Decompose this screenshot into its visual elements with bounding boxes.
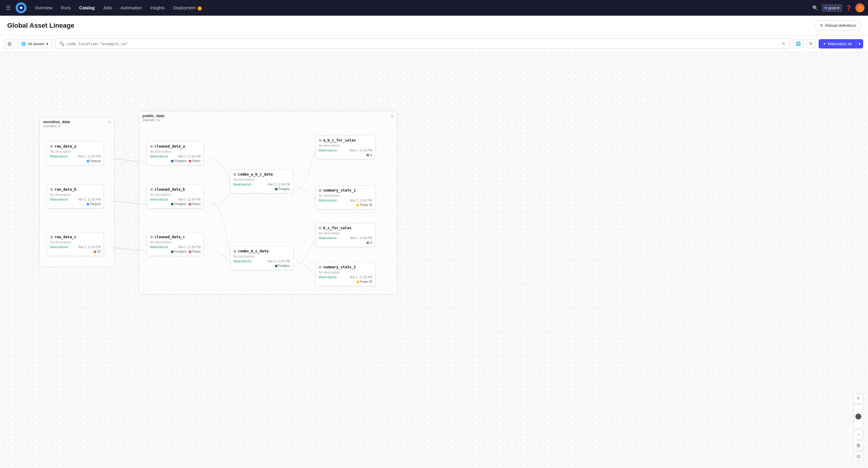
avatar[interactable]: P [855, 3, 864, 12]
asset-name: summary_stats_1 [323, 188, 356, 192]
zoom-thumb[interactable] [855, 413, 861, 419]
asset-card-abc-sales[interactable]: ⊞ a_b_c_for_sales No description Materia… [315, 135, 376, 159]
asset-card-combo-abc[interactable]: ⊞ combo_a_b_c_data No description Materi… [230, 169, 293, 193]
status-date: Mar 2, 11:56 PM [78, 198, 101, 201]
nav-insights[interactable]: Insights [147, 4, 168, 12]
toolbar: ⊞ 🌐 All assets ▾ 🔍 ✕ 🌐 ↻ ✦ Materialize a… [0, 35, 868, 52]
status-badge: Materialized [50, 245, 68, 249]
asset-card-cleaned-data-b[interactable]: ⊞ cleaned_data_b No description Material… [147, 185, 204, 209]
table-icon: ⊞ [319, 226, 322, 230]
nav-links: Overview Runs Catalog Jobs Automation In… [31, 4, 810, 12]
asset-card-raw-data-b[interactable]: ⊞ raw_data_b No description Materialized… [47, 185, 104, 209]
asset-name: raw_data_a [55, 144, 76, 149]
postgres-dot [171, 203, 174, 206]
env-dot [825, 7, 827, 9]
warning-badge: ⚠ [197, 6, 202, 10]
zoom-out-button[interactable]: − [854, 430, 863, 439]
collapse-icon[interactable]: ⤡ [107, 120, 111, 124]
postgres-tag: Postgres [171, 159, 186, 163]
table-icon: ⊞ [319, 188, 322, 192]
asset-desc: No description [319, 231, 372, 235]
status-date: Mar 2, 11:56 PM [268, 259, 290, 263]
svg-point-1 [20, 7, 22, 9]
asset-card-cleaned-data-c[interactable]: ⊞ cleaned_data_c No description Material… [147, 232, 204, 256]
connections-svg [0, 52, 868, 468]
env-selector[interactable]: prod ▾ [822, 4, 842, 12]
nav-automation[interactable]: Automation [117, 4, 146, 12]
status-date: Mar 2, 11:56 PM [350, 149, 372, 152]
asset-desc: No description [50, 240, 101, 244]
asset-card-raw-data-a[interactable]: ⊞ raw_data_a No description Materialized… [47, 142, 104, 165]
chevron-down-icon: ▾ [859, 41, 861, 46]
menu-icon[interactable]: ☰ [4, 3, 13, 12]
settings-icon: ⚙ [856, 443, 861, 448]
search-input[interactable] [67, 41, 779, 46]
nav-catalog[interactable]: Catalog [75, 4, 98, 12]
materialize-all-button[interactable]: ✦ Materialize all [818, 39, 856, 49]
search-icon[interactable]: 🔍 [812, 5, 818, 11]
parquet-tag: Parquet [87, 159, 101, 163]
powerbi-tag: Power BI [356, 203, 372, 207]
table-icon: ⊞ [150, 187, 153, 191]
collapse-icon[interactable]: ⤡ [391, 114, 394, 118]
parquet-tag: Parquet [87, 202, 101, 206]
globe-button[interactable]: 🌐 [793, 39, 804, 48]
nav-deployment[interactable]: Deployment ⚠ [169, 4, 206, 12]
asset-card-summary-stats-2[interactable]: ⊞ summary_stats_2 No description Materia… [315, 262, 376, 286]
csv-dot [367, 242, 369, 244]
header-bar: Global Asset Lineage ↻ Reload definition… [0, 15, 868, 35]
help-icon[interactable]: ❓ [846, 5, 852, 11]
settings-button[interactable]: ⚙ [854, 441, 863, 450]
reload-definitions-button[interactable]: ↻ Reload definitions [815, 21, 861, 30]
status-badge: Materialized [319, 149, 336, 152]
asset-desc: No description [319, 271, 372, 274]
postgres-dot [275, 265, 277, 267]
assets-filter-label: All assets [28, 41, 44, 46]
asset-card-cleaned-data-a[interactable]: ⊞ cleaned_data_a No description Material… [147, 142, 204, 165]
status-badge: Materialized [150, 197, 168, 201]
postgres-tag: Postgres [275, 187, 290, 191]
polars-dot [189, 160, 191, 162]
sidebar-toggle-button[interactable]: ⊞ [5, 39, 14, 49]
status-date: Mar 2, 11:56 PM [178, 198, 200, 201]
asset-desc: No description [50, 193, 101, 196]
nav-overview[interactable]: Overview [31, 4, 56, 12]
search-bar[interactable]: 🔍 ✕ [55, 38, 790, 49]
s3-tag: S3 [94, 250, 101, 253]
asset-card-summary-stats-1[interactable]: ⊞ summary_stats_1 No description Materia… [315, 186, 376, 209]
table-icon: ⊞ [234, 172, 237, 177]
status-badge: Materialized [50, 197, 68, 201]
asset-desc: No description [319, 194, 372, 197]
asset-desc: No description [50, 150, 101, 153]
csv-tag: ⊟ [367, 241, 372, 244]
group-sensitive-label: sensitive_data [39, 117, 114, 124]
avatar-initial: P [859, 6, 861, 10]
status-badge: Materialized [150, 245, 168, 249]
zoom-controls: + − ⚙ ⊙ [854, 394, 863, 461]
reload-icon: ↻ [820, 23, 824, 28]
zoom-in-button[interactable]: + [854, 394, 863, 403]
asset-name: summary_stats_2 [323, 265, 356, 269]
table-icon: ⊞ [150, 144, 153, 149]
center-button[interactable]: ⊙ [854, 451, 863, 461]
zoom-slider[interactable] [854, 404, 863, 429]
refresh-icon: ↻ [809, 41, 813, 46]
status-badge: Materialized [234, 259, 251, 263]
table-icon: ⊞ [50, 235, 53, 239]
reload-label: Reload definitions [825, 23, 856, 28]
refresh-button[interactable]: ↻ [807, 39, 815, 48]
nav-jobs[interactable]: Jobs [99, 4, 116, 12]
materialize-dropdown-button[interactable]: ▾ [856, 39, 863, 49]
assets-filter-dropdown[interactable]: 🌐 All assets ▾ [17, 39, 53, 48]
status-date: Mar 2, 11:56 PM [78, 155, 101, 158]
materialize-icon: ✦ [823, 41, 826, 46]
postgres-dot [171, 160, 174, 162]
asset-card-raw-data-c[interactable]: ⊞ raw_data_c No description Materialized… [47, 232, 104, 256]
asset-desc: No description [150, 240, 200, 244]
asset-card-combo-bc[interactable]: ⊞ combo_b_c_data No description Material… [230, 246, 293, 270]
nav-runs[interactable]: Runs [57, 4, 74, 12]
clear-search-button[interactable]: ✕ [781, 41, 786, 47]
asset-card-bc-sales[interactable]: ⊞ b_c_for_sales No description Materiali… [315, 223, 376, 247]
group-public-label: public_data [139, 111, 397, 118]
s3-dot [94, 251, 96, 253]
